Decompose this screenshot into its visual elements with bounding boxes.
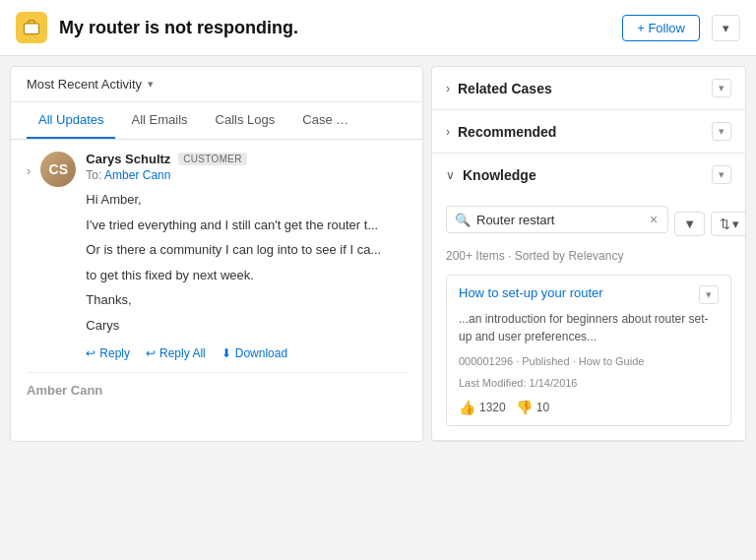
article-dropdown[interactable]: ▾ [699, 285, 719, 304]
next-email: Amber Cann [27, 372, 407, 398]
article-title-link[interactable]: How to set-up your router [459, 285, 603, 300]
related-cases-section: › Related Cases ▾ [432, 67, 745, 110]
tab-all-emails[interactable]: All Emails [119, 102, 199, 139]
tab-case-notes[interactable]: Case Note [290, 102, 369, 139]
recipient-link[interactable]: Amber Cann [104, 168, 170, 182]
email-content: Carys Schultz CUSTOMER To: Amber Cann Hi… [86, 152, 407, 360]
filter-icon: ▼ [683, 217, 696, 231]
avatar: CS [40, 152, 76, 187]
result-count: 200+ Items · Sorted by Relevancy [446, 249, 731, 263]
article-votes: 👍 1320 👎 10 [459, 400, 719, 415]
sender-name: Carys Schultz [86, 152, 170, 166]
modified-date: 1/14/2016 [530, 377, 578, 389]
page-header: My router is not responding. + Follow ▾ [0, 0, 756, 56]
email-header: Carys Schultz CUSTOMER [86, 152, 407, 166]
activity-chevron-icon[interactable]: ▾ [148, 78, 154, 91]
modified-label: Last Modified: [459, 377, 526, 389]
collapse-toggle-icon[interactable]: › [27, 163, 31, 178]
votes-down-count: 10 [536, 401, 549, 414]
email-sender-sign: Carys [86, 316, 407, 336]
knowledge-dropdown[interactable]: ▾ [712, 165, 731, 184]
knowledge-search-input[interactable] [476, 213, 642, 227]
article-excerpt: ...an introduction for beginners about r… [459, 310, 719, 345]
article-meta: 000001296 · Published · How to Guide [459, 353, 719, 371]
article-type: How to Guide [579, 355, 645, 367]
next-sender-name: Amber Cann [27, 383, 102, 398]
votes-up-count: 1320 [479, 401, 506, 414]
download-button[interactable]: ⬇ Download [221, 346, 287, 360]
follow-button[interactable]: + Follow [622, 15, 700, 41]
reply-all-button[interactable]: ↩ Reply All [146, 346, 206, 360]
sort-dropdown-icon: ▾ [732, 217, 739, 231]
tab-all-updates[interactable]: All Updates [27, 102, 115, 139]
left-panel: Most Recent Activity ▾ All Updates All E… [10, 66, 423, 442]
email-body-line3: to get this fixed by next week. [86, 266, 407, 285]
right-panel: › Related Cases ▾ › Recommended ▾ ∨ Know… [431, 66, 746, 442]
more-button[interactable]: ▾ [712, 15, 740, 41]
recommended-title: Recommended [458, 124, 712, 140]
knowledge-header[interactable]: ∨ Knowledge ▾ [432, 154, 745, 196]
tabs-bar: All Updates All Emails Calls Logs Case N… [11, 102, 422, 140]
related-cases-title: Related Cases [458, 81, 712, 96]
article-title-row: How to set-up your router ▾ [459, 285, 719, 304]
search-clear-button[interactable]: × [648, 212, 660, 227]
email-actions: ↩ Reply ↩ Reply All ⬇ Download [86, 346, 407, 360]
thumbs-up-icon[interactable]: 👍 [459, 400, 475, 415]
email-body-line2: Or is there a community I can log into t… [86, 240, 407, 260]
activity-label: Most Recent Activity [27, 77, 142, 92]
email-item: › CS Carys Schultz CUSTOMER To: Amber Ca… [27, 152, 407, 360]
tab-calls-logs[interactable]: Calls Logs [204, 102, 287, 139]
sort-button[interactable]: ⇅ ▾ [711, 212, 746, 236]
email-body: Hi Amber, I've tried everything and I st… [86, 190, 407, 335]
thumbs-down-vote: 👎 10 [516, 400, 549, 415]
email-greeting: Hi Amber, [86, 190, 407, 210]
thumbs-up-vote: 👍 1320 [459, 400, 506, 415]
thumbs-down-icon[interactable]: 👎 [516, 400, 533, 415]
email-body-line1: I've tried everything and I still can't … [86, 216, 407, 235]
customer-badge: CUSTOMER [178, 153, 246, 165]
svg-rect-0 [25, 24, 39, 34]
knowledge-body: 🔍 × ▼ ⇅ ▾ 200+ Items · Sorted [432, 196, 745, 440]
search-icon: 🔍 [455, 213, 471, 227]
article-status: Published [522, 355, 569, 367]
recommended-header[interactable]: › Recommended ▾ [432, 110, 745, 153]
reply-button[interactable]: ↩ Reply [86, 346, 130, 360]
related-cases-dropdown[interactable]: ▾ [712, 79, 731, 97]
knowledge-search-bar: 🔍 × [446, 206, 668, 233]
knowledge-title: Knowledge [463, 167, 712, 183]
related-cases-header[interactable]: › Related Cases ▾ [432, 67, 745, 109]
main-content: Most Recent Activity ▾ All Updates All E… [0, 56, 756, 452]
article-modified: Last Modified: 1/14/2016 [459, 375, 719, 393]
recommended-chevron-icon: › [446, 125, 450, 139]
sort-icon: ⇅ [720, 217, 730, 231]
email-thread: › CS Carys Schultz CUSTOMER To: Amber Ca… [11, 140, 422, 409]
related-cases-chevron-icon: › [446, 82, 450, 95]
filter-button[interactable]: ▼ [674, 212, 705, 236]
search-controls: ▼ ⇅ ▾ [674, 212, 746, 236]
knowledge-section: ∨ Knowledge ▾ 🔍 × ▼ ⇅ [432, 154, 745, 441]
article-id: 000001296 [459, 355, 513, 367]
recommended-section: › Recommended ▾ [432, 110, 745, 154]
recommended-dropdown[interactable]: ▾ [712, 122, 731, 141]
page-title: My router is not responding. [59, 18, 610, 38]
email-signoff: Thanks, [86, 290, 407, 310]
case-icon [16, 12, 47, 43]
knowledge-chevron-icon: ∨ [446, 168, 455, 182]
to-line: To: Amber Cann [86, 168, 407, 182]
knowledge-article: How to set-up your router ▾ ...an introd… [446, 275, 731, 426]
activity-bar: Most Recent Activity ▾ [11, 67, 422, 102]
